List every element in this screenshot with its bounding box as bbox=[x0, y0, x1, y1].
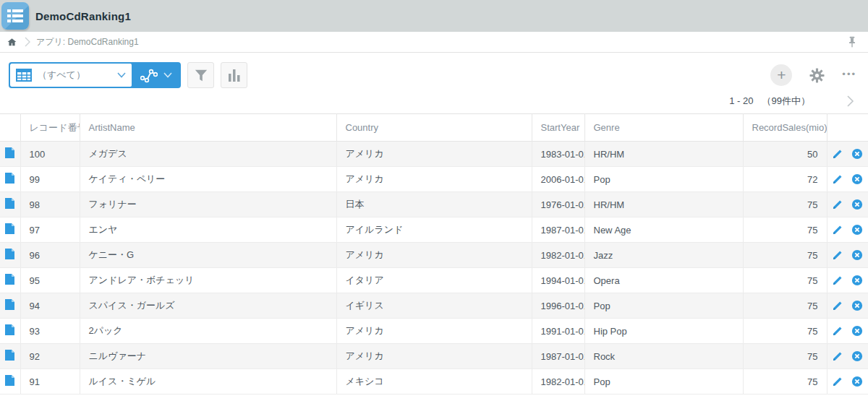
app-title: DemoCdRanking1 bbox=[35, 10, 131, 22]
edit-record-button[interactable] bbox=[832, 376, 843, 387]
bar-chart-icon bbox=[228, 69, 241, 82]
list-glyph-icon bbox=[7, 8, 24, 24]
delete-record-button[interactable] bbox=[851, 325, 863, 337]
delete-record-button[interactable] bbox=[851, 350, 863, 362]
table-row[interactable]: 92 ニルヴァーナ アメリカ 1987-01-01 Rock 75 bbox=[0, 344, 868, 369]
start-year-cell: 1994-01-01 bbox=[532, 268, 584, 293]
column-header-sales[interactable]: RecordSales(mio) bbox=[743, 114, 827, 142]
breadcrumb-app-link[interactable]: アプリ: DemoCdRanking1 bbox=[36, 36, 139, 48]
record-sales-cell: 75 bbox=[743, 369, 827, 394]
table-row[interactable]: 95 アンドレア・ボチェッリ イタリア 1994-01-01 Opera 75 bbox=[0, 268, 868, 293]
edit-record-button[interactable] bbox=[832, 300, 843, 311]
filter-button[interactable] bbox=[187, 62, 214, 88]
record-number-cell: 93 bbox=[20, 319, 80, 344]
artist-name-cell: ルイス・ミゲル bbox=[80, 369, 336, 394]
pencil-icon bbox=[832, 376, 843, 387]
start-year-cell: 1991-01-01 bbox=[532, 319, 584, 344]
home-icon[interactable] bbox=[7, 37, 17, 48]
column-header-country[interactable]: Country bbox=[336, 114, 532, 142]
record-document-icon[interactable] bbox=[4, 197, 15, 210]
next-page-button[interactable] bbox=[843, 94, 856, 108]
x-circle-icon bbox=[851, 199, 863, 210]
delete-record-button[interactable] bbox=[851, 300, 863, 311]
edit-record-button[interactable] bbox=[832, 249, 843, 261]
delete-record-button[interactable] bbox=[851, 376, 863, 387]
column-header-record-no[interactable]: レコード番号 bbox=[20, 114, 80, 142]
delete-record-button[interactable] bbox=[851, 148, 863, 160]
record-sales-cell: 75 bbox=[743, 268, 827, 293]
delete-record-button[interactable] bbox=[851, 249, 863, 261]
delete-record-button[interactable] bbox=[851, 199, 863, 210]
table-row[interactable]: 93 2パック アメリカ 1991-01-01 Hip Pop 75 bbox=[0, 319, 868, 344]
record-sales-cell: 50 bbox=[743, 142, 827, 167]
genre-cell: Hip Pop bbox=[584, 319, 743, 344]
record-document-icon[interactable] bbox=[4, 273, 15, 285]
start-year-cell: 2006-01-01 bbox=[532, 167, 584, 192]
edit-record-button[interactable] bbox=[832, 148, 843, 160]
record-sales-cell: 75 bbox=[743, 192, 827, 217]
delete-record-button[interactable] bbox=[851, 173, 863, 185]
table-row[interactable]: 91 ルイス・ミゲル メキシコ 1982-01-01 Pop 75 bbox=[0, 369, 868, 394]
graph-icon bbox=[140, 67, 158, 83]
record-document-icon[interactable] bbox=[4, 374, 15, 387]
column-header-genre[interactable]: Genre bbox=[584, 114, 743, 142]
column-header-artist[interactable]: ArtistName bbox=[80, 114, 336, 142]
artist-name-cell: エンヤ bbox=[80, 217, 336, 243]
pencil-icon bbox=[832, 224, 843, 236]
graph-view-switcher[interactable] bbox=[132, 64, 179, 87]
x-circle-icon bbox=[851, 148, 863, 160]
record-document-icon[interactable] bbox=[4, 248, 15, 260]
chevron-down-icon bbox=[117, 72, 126, 78]
pencil-icon bbox=[832, 249, 843, 261]
record-document-icon[interactable] bbox=[4, 172, 15, 184]
delete-record-button[interactable] bbox=[851, 224, 863, 236]
view-selected-label: （すべて） bbox=[38, 69, 85, 82]
column-header-start-year[interactable]: StartYear bbox=[532, 114, 584, 142]
more-options-button[interactable]: ••• bbox=[842, 69, 856, 82]
genre-cell: Rock bbox=[584, 344, 743, 369]
pencil-icon bbox=[832, 300, 843, 311]
edit-record-button[interactable] bbox=[832, 224, 843, 236]
table-row[interactable]: 97 エンヤ アイルランド 1987-01-01 New Age 75 bbox=[0, 217, 868, 243]
edit-record-button[interactable] bbox=[832, 173, 843, 185]
country-cell: アメリカ bbox=[336, 167, 532, 192]
app-menu-icon[interactable] bbox=[1, 2, 29, 30]
x-circle-icon bbox=[851, 173, 863, 185]
record-document-icon[interactable] bbox=[4, 349, 15, 361]
add-record-button[interactable]: + bbox=[770, 64, 792, 86]
country-cell: アメリカ bbox=[336, 319, 532, 344]
app-settings-button[interactable] bbox=[809, 67, 825, 84]
table-row[interactable]: 99 ケイティ・ペリー アメリカ 2006-01-01 Pop 72 bbox=[0, 167, 868, 192]
table-row[interactable]: 98 フォリナー 日本 1976-01-01 HR/HM 75 bbox=[0, 192, 868, 217]
table-row[interactable]: 96 ケニー・G アメリカ 1982-01-01 Jazz 75 bbox=[0, 243, 868, 268]
start-year-cell: 1987-01-01 bbox=[532, 217, 584, 243]
table-row[interactable]: 100 メガデス アメリカ 1983-01-01 HR/HM 50 bbox=[0, 142, 868, 167]
pencil-icon bbox=[832, 350, 843, 362]
artist-name-cell: ケニー・G bbox=[80, 243, 336, 268]
record-document-icon[interactable] bbox=[4, 298, 15, 311]
edit-record-button[interactable] bbox=[832, 275, 843, 286]
edit-record-button[interactable] bbox=[832, 350, 843, 362]
genre-cell: HR/HM bbox=[584, 142, 743, 167]
genre-cell: Pop bbox=[584, 293, 743, 319]
record-document-icon[interactable] bbox=[4, 223, 15, 235]
record-document-icon[interactable] bbox=[4, 147, 15, 159]
record-document-icon[interactable] bbox=[4, 324, 15, 336]
start-year-cell: 1982-01-01 bbox=[532, 243, 584, 268]
record-list-table: レコード番号 ArtistName Country StartYear Genr… bbox=[0, 113, 868, 394]
genre-cell: Opera bbox=[584, 268, 743, 293]
view-dropdown[interactable]: （すべて） bbox=[10, 64, 132, 87]
edit-record-button[interactable] bbox=[832, 199, 843, 210]
pin-icon[interactable] bbox=[846, 35, 858, 48]
edit-record-button[interactable] bbox=[832, 325, 843, 337]
artist-name-cell: ニルヴァーナ bbox=[80, 344, 336, 369]
x-circle-icon bbox=[851, 300, 863, 311]
table-row[interactable]: 94 スパイス・ガールズ イギリス 1996-01-01 Pop 75 bbox=[0, 293, 868, 319]
record-sales-cell: 75 bbox=[743, 243, 827, 268]
artist-name-cell: スパイス・ガールズ bbox=[80, 293, 336, 319]
record-number-cell: 100 bbox=[20, 142, 80, 167]
delete-record-button[interactable] bbox=[851, 275, 863, 286]
chart-button[interactable] bbox=[221, 62, 247, 88]
record-number-cell: 99 bbox=[20, 167, 80, 192]
genre-cell: Pop bbox=[584, 167, 743, 192]
